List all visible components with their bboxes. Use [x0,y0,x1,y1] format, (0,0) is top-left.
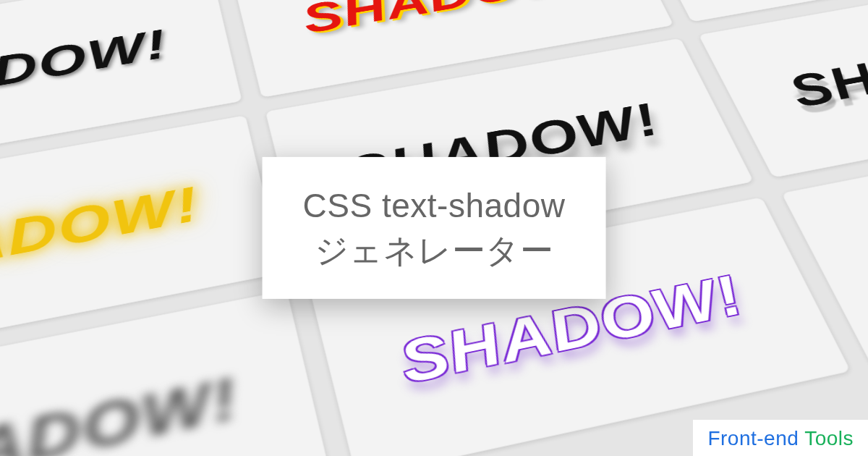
sample-text: SHADOW! [0,20,171,120]
page-title: CSS text-shadow ジェネレーター [303,183,566,273]
sample-text: SHADOW! [297,0,597,43]
title-line-2: ジェネレーター [315,232,554,269]
brand-badge: Front-end Tools [693,420,868,456]
sample-text: SHADOW! [0,175,205,297]
brand-word-1: Front-end [707,427,799,449]
sample-text: SHADOW! [0,363,244,456]
brand-word-2: Tools [804,427,854,449]
title-panel: CSS text-shadow ジェネレーター [263,157,606,299]
sample-text: SHADOW! [778,17,868,118]
title-line-1: CSS text-shadow [303,187,566,224]
